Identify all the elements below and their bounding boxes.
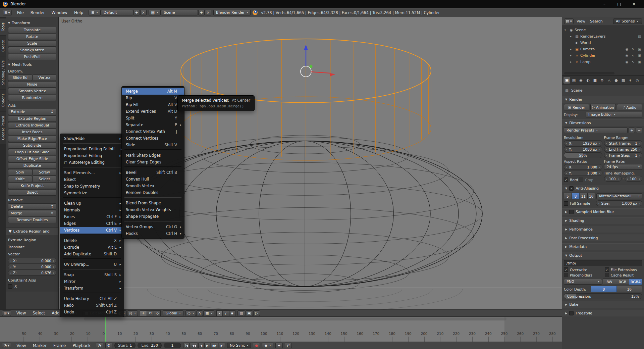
- opengl-render-image-icon[interactable]: ▣: [246, 310, 253, 316]
- main-menu-item[interactable]: File: [14, 9, 27, 16]
- outliner-row[interactable]: ▸ △ Cylinder ◉ ↖ ▣: [563, 52, 643, 59]
- menu-item[interactable]: Redo Shift Ctrl Z: [60, 302, 124, 309]
- start-frame-field[interactable]: Start Frame:1: [604, 140, 643, 146]
- add-preset-button[interactable]: +: [629, 128, 635, 133]
- outliner-filter-dropdown[interactable]: All Scenes▾: [613, 18, 642, 24]
- pivot-point-icon[interactable]: ◎▾: [127, 310, 138, 316]
- expander-icon[interactable]: ▸: [570, 60, 574, 63]
- snap-element-icon[interactable]: ▦▾: [203, 310, 214, 316]
- selectability-arrow-icon[interactable]: [631, 35, 635, 38]
- tool-button[interactable]: Bisect: [8, 189, 56, 196]
- toolshelf-tab[interactable]: Options: [0, 90, 6, 111]
- menu-item[interactable]: Add Duplicate Shift D: [60, 251, 124, 257]
- current-frame-playhead[interactable]: [105, 317, 106, 342]
- browse-layout-icon[interactable]: ⊞▾: [89, 10, 100, 15]
- color-mode-button[interactable]: RGBA: [629, 279, 642, 285]
- render-engine-dropdown[interactable]: Blender Render▾: [213, 10, 251, 15]
- main-menu-item[interactable]: Render: [27, 9, 48, 16]
- outliner-row[interactable]: ▸ ▣ Camera ◉ ↖ ▣: [563, 46, 643, 52]
- menu-item[interactable]: Extrude Alt E ▸: [60, 244, 124, 251]
- resolution-percentage-slider[interactable]: 50%: [564, 152, 602, 158]
- tab-physics[interactable]: ◎: [634, 77, 641, 84]
- menu-item[interactable]: Split Y: [122, 115, 184, 121]
- color-mode-button[interactable]: RGB: [616, 279, 629, 285]
- manipulator-translate-icon[interactable]: +: [140, 310, 147, 316]
- outliner-scrollbar[interactable]: [564, 72, 614, 74]
- output-checkbox[interactable]: ✓File Extensions: [605, 267, 642, 272]
- render-presets-dropdown[interactable]: Render Presets▾: [564, 128, 628, 133]
- visibility-eye-icon[interactable]: [625, 35, 629, 38]
- menu-item[interactable]: Smooth Vertex: [122, 183, 184, 189]
- panel-header-mesh-tools[interactable]: ▼Mesh Tools: [8, 62, 56, 67]
- tab-scene[interactable]: ◉: [578, 77, 584, 84]
- tab-render-layers[interactable]: ▤: [571, 77, 577, 84]
- layout-name-field[interactable]: Default: [101, 10, 133, 15]
- timeline-menu-item[interactable]: Playback: [69, 342, 94, 349]
- tool-button[interactable]: Screw: [33, 169, 57, 176]
- menu-item[interactable]: [60, 167, 124, 169]
- menu-item[interactable]: Transform ▸: [60, 285, 124, 292]
- menu-item[interactable]: Mirror ▸: [60, 278, 124, 285]
- outliner-menu-item[interactable]: Search: [588, 18, 605, 25]
- resolution-x-field[interactable]: X:1920 px: [564, 140, 602, 146]
- start-frame-field[interactable]: Start:1: [114, 343, 136, 348]
- aspect-x-field[interactable]: X:1.000: [564, 164, 602, 170]
- animation-button[interactable]: ▷Animation: [590, 104, 616, 110]
- insert-keyframe-icon[interactable]: +: [275, 343, 282, 348]
- tool-button[interactable]: Extrude Region: [8, 115, 56, 122]
- editor-type-timeline-icon[interactable]: ◔▾: [2, 343, 11, 348]
- play-button[interactable]: ▶: [204, 343, 210, 348]
- panel-header-dimensions[interactable]: ▼Dimensions: [562, 119, 644, 126]
- menu-item[interactable]: Show/Hide ▸: [60, 135, 124, 142]
- output-checkbox[interactable]: Placeholders: [564, 273, 603, 277]
- menu-item[interactable]: [122, 149, 184, 152]
- menu-item[interactable]: Faces Ctrl F ▸: [60, 213, 124, 220]
- main-menu-item[interactable]: Window: [48, 9, 71, 16]
- render-button[interactable]: ▣Render: [564, 104, 589, 110]
- output-checkbox[interactable]: ✓Overwrite: [564, 267, 603, 272]
- timeline-scrollbar[interactable]: [84, 317, 506, 320]
- main-menu-item[interactable]: Help: [71, 9, 87, 16]
- timeline-ruler[interactable]: -50-40-30-20-100102030405060708090100110…: [0, 317, 562, 342]
- remap-new-field[interactable]: 100: [625, 176, 642, 182]
- select-mode-face-icon[interactable]: ▪: [229, 310, 235, 316]
- extrude-dropdown[interactable]: Extrude↕: [8, 109, 56, 115]
- renderability-camera-icon[interactable]: ▣: [638, 47, 642, 51]
- menu-item[interactable]: Vertices Ctrl V ▸: [60, 227, 124, 234]
- menu-item[interactable]: Edges Ctrl E ▸: [60, 220, 124, 227]
- menu-item[interactable]: Connect Vertices: [122, 135, 184, 142]
- menu-item[interactable]: Normals ▸: [60, 207, 124, 213]
- border-checkbox[interactable]: ✓Bord: [564, 178, 578, 182]
- tab-modifiers[interactable]: ⚙: [599, 77, 605, 84]
- sync-editors-icon[interactable]: ⇄: [285, 343, 292, 348]
- menu-item[interactable]: Shape Propagate: [122, 213, 184, 220]
- selectability-arrow-icon[interactable]: ↖: [631, 60, 635, 64]
- toolshelf-tab[interactable]: Create: [0, 36, 6, 56]
- file-format-dropdown[interactable]: PNG▾: [564, 279, 602, 285]
- menu-item[interactable]: [60, 258, 124, 261]
- menu-item[interactable]: Snap to Symmetry: [60, 183, 124, 190]
- expander-icon[interactable]: ▸: [570, 35, 574, 38]
- selectability-arrow-icon[interactable]: ↖: [631, 47, 635, 51]
- color-depth-button[interactable]: 8: [591, 286, 617, 292]
- renderability-camera-icon[interactable]: ▣: [638, 54, 642, 57]
- tool-button[interactable]: Spin: [8, 169, 32, 176]
- tool-button[interactable]: Smooth Vertex: [8, 88, 56, 94]
- menu-item[interactable]: Merge Alt M: [122, 88, 184, 95]
- sync-mode-dropdown[interactable]: No Sync▾: [227, 343, 251, 348]
- add-layout-button[interactable]: +: [133, 10, 140, 15]
- tab-material[interactable]: ●: [613, 77, 620, 84]
- tab-render[interactable]: ▣: [564, 77, 570, 84]
- menu-item[interactable]: [122, 166, 184, 169]
- crop-checkbox[interactable]: Crop: [579, 178, 593, 182]
- tool-button[interactable]: Inset Faces: [8, 129, 56, 135]
- tool-button[interactable]: Loop Cut and Slide: [8, 149, 56, 155]
- tool-button[interactable]: Push/Pull: [8, 54, 56, 60]
- tool-button[interactable]: Subdivide: [8, 142, 56, 149]
- keying-set-dropdown[interactable]: ◆▾: [262, 343, 273, 348]
- tool-button[interactable]: Scale: [8, 40, 56, 47]
- toolshelf-tab[interactable]: Tools: [0, 18, 6, 35]
- menu-item[interactable]: Remove Doubles: [122, 189, 184, 196]
- tool-button[interactable]: Knife Project: [8, 183, 56, 189]
- panel-checkbox[interactable]: [569, 311, 574, 315]
